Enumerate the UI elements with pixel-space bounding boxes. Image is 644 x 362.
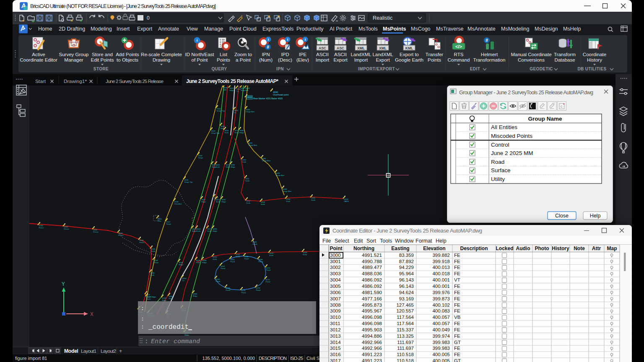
svg-text:Zoom to: Zoom to xyxy=(234,52,252,57)
svg-text:Kerb: Kerb xyxy=(312,199,316,201)
svg-text:BricsCAD Ultimate (NOT FOR RES: BricsCAD Ultimate (NOT FOR RESALE Licens… xyxy=(30,3,216,9)
svg-text:4989.477: 4989.477 xyxy=(362,265,382,270)
svg-text:96.143: 96.143 xyxy=(399,284,414,289)
svg-text::: : xyxy=(141,305,144,312)
svg-text:Transformation: Transformation xyxy=(473,57,506,62)
svg-text:ISO-25: ISO-25 xyxy=(290,356,303,361)
svg-text:IPN: IPN xyxy=(262,52,270,57)
svg-text:Re-scale Complete: Re-scale Complete xyxy=(141,52,182,57)
svg-text:XML: XML xyxy=(379,46,387,50)
svg-text:of Point: of Point xyxy=(192,57,208,62)
svg-text:Layout2: Layout2 xyxy=(101,348,116,354)
svg-text:4995.903: 4995.903 xyxy=(362,327,382,332)
svg-text:Kerb: Kerb xyxy=(236,256,240,258)
svg-text:Verge: Verge xyxy=(166,223,171,225)
svg-text:Help: Help xyxy=(590,213,601,219)
svg-text:MsCogo: MsCogo xyxy=(411,26,431,32)
svg-text:IPE: IPE xyxy=(299,52,307,57)
svg-text:Kerb: Kerb xyxy=(216,201,221,203)
svg-text:Verge Btm: Verge Btm xyxy=(246,111,255,113)
svg-text:4988.036: 4988.036 xyxy=(362,271,382,276)
svg-text:X: X xyxy=(90,311,93,318)
svg-text:4977.166: 4977.166 xyxy=(362,296,382,301)
svg-text:Productivity: Productivity xyxy=(296,26,324,32)
svg-text:Edge: Edge xyxy=(231,166,236,168)
svg-text:Annotate: Annotate xyxy=(158,26,179,32)
svg-text:Edge: Edge xyxy=(241,89,246,91)
svg-text:3003: 3003 xyxy=(330,271,341,276)
svg-text:110.518: 110.518 xyxy=(397,358,414,362)
svg-text:399.983: 399.983 xyxy=(432,346,450,351)
svg-text:3014: 3014 xyxy=(330,340,341,345)
svg-text:FE: FE xyxy=(454,271,460,276)
svg-text:ASCII: ASCII xyxy=(334,52,347,57)
svg-text:LandXML: LandXML xyxy=(372,52,393,57)
svg-text:Edge: Edge xyxy=(162,299,167,301)
svg-text:Edge: Edge xyxy=(222,201,226,203)
svg-text:Kerb: Kerb xyxy=(226,166,230,168)
svg-text:XML: XML xyxy=(357,46,365,50)
svg-text:FE: FE xyxy=(454,296,460,301)
svg-text:Pond: Pond xyxy=(259,261,263,263)
svg-text:Points: Points xyxy=(428,57,441,62)
svg-text:Command: Command xyxy=(447,57,470,62)
svg-text:Active: Active xyxy=(32,52,45,57)
svg-text:VB: VB xyxy=(454,315,461,320)
svg-text:3000: 3000 xyxy=(330,253,341,258)
svg-text:Insert: Insert xyxy=(117,26,130,32)
svg-text:Pond: Pond xyxy=(226,289,231,291)
svg-text:Point Cloud: Point Cloud xyxy=(229,26,257,32)
svg-text:Coordinate Editor - June 2 Sur: Coordinate Editor - June 2 SurveyTools 2… xyxy=(332,228,482,234)
svg-text:Kerb: Kerb xyxy=(196,261,200,264)
svg-text:Audio: Audio xyxy=(516,246,530,251)
svg-text:June 2 SurveyTools 25 Release: June 2 SurveyTools 25 Release xyxy=(106,78,164,84)
svg-text:400.001: 400.001 xyxy=(432,277,450,282)
svg-text:4996.098: 4996.098 xyxy=(362,321,382,326)
svg-text:IPN: IPN xyxy=(276,67,284,71)
svg-text:Export to: Export to xyxy=(400,52,419,57)
svg-text:June 2 SurveyTools 25 Release: June 2 SurveyTools 25 Release AutoMAP* xyxy=(186,78,278,84)
svg-text:Easting: Easting xyxy=(391,246,409,251)
svg-text:400.013: 400.013 xyxy=(432,265,450,270)
svg-text:4990.788: 4990.788 xyxy=(362,259,382,264)
svg-text:0: 0 xyxy=(147,15,150,21)
svg-text:3005: 3005 xyxy=(330,284,341,289)
svg-text:Export: Export xyxy=(137,26,153,32)
svg-text:MH: MH xyxy=(246,89,249,91)
svg-text:Verge Top: Verge Top xyxy=(211,132,220,134)
svg-text:Store and: Store and xyxy=(92,52,113,57)
svg-text:3010: 3010 xyxy=(330,315,341,320)
svg-text:400.001: 400.001 xyxy=(432,284,450,289)
svg-text:QUERY: QUERY xyxy=(211,67,227,71)
svg-text:Database: Database xyxy=(554,57,575,62)
svg-text:400.005: 400.005 xyxy=(432,352,450,357)
svg-text:Enter command: Enter command xyxy=(151,338,200,345)
svg-text:400.018: 400.018 xyxy=(432,271,450,276)
svg-text:4995.873: 4995.873 xyxy=(362,303,382,308)
svg-text:4992.966: 4992.966 xyxy=(362,340,382,345)
svg-text:All Entities: All Entities xyxy=(491,124,517,130)
svg-text:ASCII: ASCII xyxy=(316,52,329,57)
svg-text:3016: 3016 xyxy=(330,352,341,357)
svg-text:3004: 3004 xyxy=(330,277,341,282)
svg-text:Verge Btm: Verge Btm xyxy=(283,190,292,192)
svg-text:Survey Group: Survey Group xyxy=(59,52,89,57)
svg-text:Sort: Sort xyxy=(366,238,376,244)
svg-text:115.337: 115.337 xyxy=(397,327,414,332)
svg-text:LandXML: LandXML xyxy=(351,52,371,57)
svg-text:Fence: Fence xyxy=(93,231,99,233)
svg-text:CL: CL xyxy=(237,90,239,92)
svg-text:Control: Control xyxy=(491,142,509,148)
svg-text:400.057: 400.057 xyxy=(432,321,450,326)
svg-text:VT: VT xyxy=(454,277,460,282)
svg-text:Pond: Pond xyxy=(266,269,271,271)
svg-text:3011: 3011 xyxy=(330,321,340,326)
svg-text:MsHelp: MsHelp xyxy=(563,26,581,32)
svg-text:95.964: 95.964 xyxy=(399,271,414,276)
svg-text:FE: FE xyxy=(454,327,460,332)
svg-text:Select: Select xyxy=(335,238,349,244)
svg-text:CL: CL xyxy=(234,111,237,114)
svg-text:Model: Model xyxy=(64,348,78,354)
svg-text:Fence: Fence xyxy=(39,227,44,229)
svg-text:4986.092: 4986.092 xyxy=(362,277,382,282)
